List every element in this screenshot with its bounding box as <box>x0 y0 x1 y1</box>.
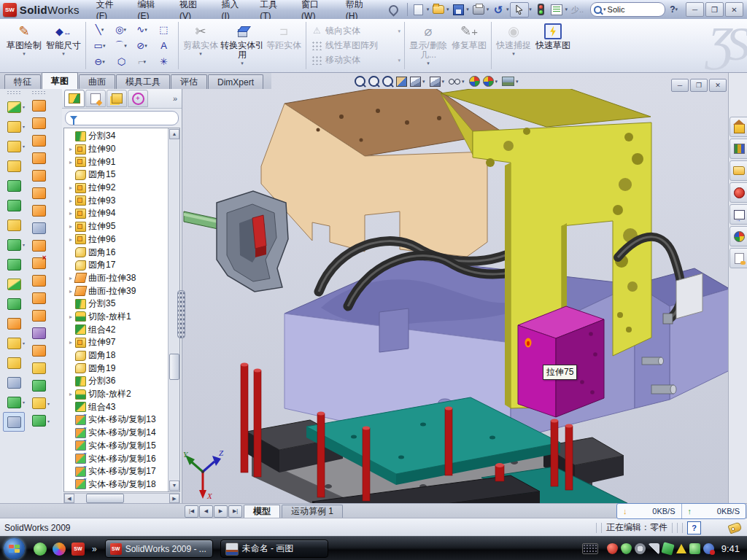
zoom-fit-button[interactable] <box>355 76 365 87</box>
close-button[interactable]: ✕ <box>725 2 743 17</box>
tree-item-切除-放样2[interactable]: ▸切除-放样2 <box>64 388 169 401</box>
tab-草图[interactable]: 草图 <box>42 72 78 89</box>
last-tab-button[interactable]: ▶| <box>228 505 242 518</box>
model-side-block[interactable] <box>518 306 604 417</box>
next-tab-button[interactable]: ▶ <box>214 505 228 518</box>
tree-item-圆角18[interactable]: 圆角18 <box>64 349 169 362</box>
tree-item-圆角17[interactable]: 圆角17 <box>64 259 169 272</box>
task-pane-home-tab[interactable] <box>729 117 747 137</box>
tree-item-拉伸93[interactable]: ▸拉伸93 <box>64 194 169 207</box>
expand-arrow-icon[interactable]: ▸ <box>67 223 74 230</box>
model-top-clamp-plate[interactable] <box>261 89 503 257</box>
print-button[interactable] <box>471 3 486 16</box>
tree-item-拉伸96[interactable]: ▸拉伸96 <box>64 233 169 246</box>
display-style-button[interactable]: ▾ <box>430 77 446 87</box>
ellipse-tool[interactable]: ⊘▾ <box>132 38 153 54</box>
search-box[interactable]: ▾ Solic <box>590 2 665 17</box>
linear-sketch-pattern-button[interactable]: 线性草图阵列 <box>309 39 402 53</box>
polygon-tool[interactable]: ⬡ <box>111 54 132 70</box>
task-pane-design-library-tab[interactable] <box>729 139 747 159</box>
dropdown-arrow-icon[interactable]: ▾ <box>144 43 147 49</box>
tag-icon[interactable] <box>727 521 742 534</box>
task-pane-appearances-tab[interactable] <box>729 226 747 246</box>
tab-DimXpert[interactable]: DimXpert <box>208 74 263 89</box>
split-body-tool[interactable] <box>3 274 25 294</box>
rapid-sketch-button[interactable]: 快速草图 <box>533 19 573 72</box>
extruded-boss-tool[interactable]: ▾ <box>3 97 25 117</box>
dropdown-arrow-icon[interactable]: ▾ <box>101 27 104 33</box>
input-method-keyboard-icon[interactable] <box>582 543 598 554</box>
quick-launch-chevron[interactable]: » <box>92 544 97 554</box>
edit-appearance-button[interactable] <box>469 76 480 87</box>
dimxpert-manager-tab[interactable]: + <box>128 90 148 107</box>
expand-arrow-icon[interactable]: ▸ <box>67 339 74 346</box>
help-button[interactable]: ? <box>670 4 675 15</box>
tray-sync-icon[interactable] <box>661 542 674 555</box>
tray-security-green-icon[interactable] <box>621 543 632 554</box>
quick-snaps-button[interactable]: ◉ 快速捕捉 ▾ <box>494 19 533 72</box>
tree-item-实体-移动/复制13[interactable]: 实体-移动/复制13 <box>64 413 169 427</box>
chamfer-tool[interactable] <box>3 156 25 176</box>
display-delete-relations-button[interactable]: ⌀ 显示/删除几... ▾ <box>407 19 449 72</box>
previous-tab-button[interactable]: ◀ <box>199 505 213 518</box>
offset-surface-tool[interactable] <box>28 219 50 237</box>
reference-point-2-tool[interactable]: ▾ <box>28 394 50 412</box>
apply-scene-button[interactable]: ▾ <box>483 76 500 87</box>
smart-dimension-button[interactable]: ◆↔ 智能尺寸 ▾ <box>44 19 83 72</box>
model-tab[interactable]: 模型 <box>244 505 280 518</box>
zoom-magnifier-button[interactable] <box>382 76 393 87</box>
tree-item-组合43[interactable]: 组合43 <box>64 400 169 413</box>
expand-arrow-icon[interactable]: ▸ <box>67 275 74 281</box>
lofted-surface-tool[interactable] <box>28 167 50 184</box>
tree-item-曲面-拉伸39[interactable]: ▸曲面-拉伸39 <box>64 284 169 298</box>
dropdown-arrow-icon[interactable]: ▾ <box>123 27 126 33</box>
tab-模具工具[interactable]: 模具工具 <box>116 74 170 89</box>
options-button[interactable] <box>550 3 565 16</box>
voice-command-label[interactable]: 少.. <box>571 4 584 15</box>
text-tool[interactable]: A <box>153 38 174 54</box>
repair-sketch-button[interactable]: ✎+ 修复草图 <box>449 19 489 72</box>
reference-point-tool[interactable]: ▾ <box>3 333 25 353</box>
dropdown-arrow-icon[interactable]: ▾ <box>23 242 25 247</box>
quick-tips-button[interactable]: ? <box>687 521 701 534</box>
taskbar-button-paint[interactable]: 未命名 - 画图 <box>220 540 328 558</box>
tree-item-实体-移动/复制16[interactable]: 实体-移动/复制16 <box>64 452 169 465</box>
reference-plane-tool[interactable] <box>3 353 25 373</box>
circle-tool[interactable]: ◎▾ <box>111 22 132 38</box>
expand-arrow-icon[interactable]: ▸ <box>67 210 74 217</box>
dropdown-arrow-icon[interactable]: ▾ <box>23 104 25 109</box>
thicken-tool[interactable] <box>28 342 50 359</box>
delete-face-tool[interactable] <box>28 254 50 272</box>
dropdown-arrow-icon[interactable]: ▾ <box>124 43 127 49</box>
property-manager-tab[interactable] <box>85 90 106 107</box>
expand-arrow-icon[interactable]: ▸ <box>67 159 74 166</box>
dropdown-arrow-icon[interactable]: ▾ <box>144 27 147 33</box>
feature-manager-tab[interactable] <box>64 90 85 107</box>
model-cam-slider[interactable] <box>217 191 288 292</box>
zoom-area-button[interactable] <box>368 76 379 87</box>
tree-item-实体-移动/复制14[interactable]: 实体-移动/复制14 <box>64 427 169 440</box>
tab-曲面[interactable]: 曲面 <box>79 74 115 89</box>
quick-launch-messenger-icon[interactable] <box>34 542 47 556</box>
replace-face-tool[interactable] <box>28 272 50 289</box>
wrap-tool[interactable] <box>3 215 25 235</box>
sketch-fillet-tool[interactable]: ⌐▾ <box>132 54 153 70</box>
expand-arrow-icon[interactable]: ▸ <box>67 314 74 320</box>
search-input[interactable]: Solic <box>608 5 625 14</box>
configuration-manager-tab[interactable] <box>107 90 127 107</box>
taskbar-button-solidworks[interactable]: SW SolidWorks 2009 - ... <box>105 540 213 558</box>
motion-study-tab[interactable]: 运动算例 1 <box>282 505 343 518</box>
task-pane-view-palette-tab[interactable] <box>729 204 747 225</box>
tab-评估[interactable]: 评估 <box>171 74 207 89</box>
tree-item-组合42[interactable]: 组合42 <box>64 323 169 336</box>
dropdown-arrow-icon[interactable]: ▾ <box>102 59 105 65</box>
section-view-button[interactable] <box>396 77 407 87</box>
dropdown-arrow-icon[interactable]: ▾ <box>47 419 50 424</box>
view-settings-button[interactable]: ▾ <box>502 77 520 86</box>
dropdown-arrow-icon[interactable]: ▾ <box>495 79 498 85</box>
tree-item-实体-移动/复制15[interactable]: 实体-移动/复制15 <box>64 440 169 453</box>
tray-shield-plus-icon[interactable] <box>689 543 700 554</box>
ruled-surface-tool[interactable] <box>28 237 50 254</box>
sketch-button[interactable]: ✎ 草图绘制 ▾ <box>4 19 44 72</box>
open-button[interactable] <box>431 3 446 16</box>
